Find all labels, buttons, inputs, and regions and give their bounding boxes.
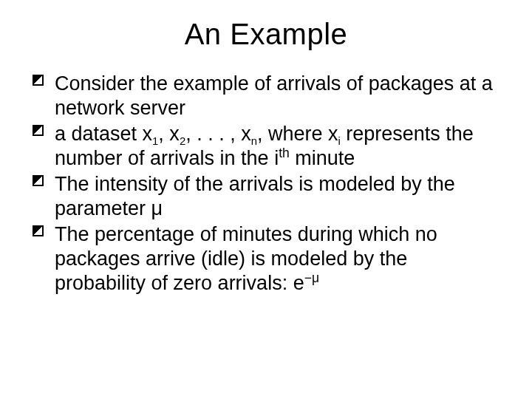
slide-title: An Example [30, 18, 502, 51]
bullet-text: a dataset x1, x2, . . . , xn, where xi r… [55, 123, 474, 169]
bullet-square-icon [33, 225, 44, 236]
bullet-square-icon [33, 75, 44, 86]
bullet-square-icon [33, 175, 44, 186]
bullet-item: a dataset x1, x2, . . . , xn, where xi r… [33, 122, 502, 171]
slide-body: Consider the example of arrivals of pack… [30, 72, 502, 295]
bullet-text: The intensity of the arrivals is modeled… [55, 173, 455, 219]
bullet-text: Consider the example of arrivals of pack… [55, 72, 493, 119]
bullet-item: Consider the example of arrivals of pack… [33, 72, 502, 120]
bullet-square-icon [33, 125, 44, 136]
bullet-item: The percentage of minutes during which n… [33, 222, 502, 296]
bullet-item: The intensity of the arrivals is modeled… [33, 172, 502, 221]
slide: An Example Consider the example of arriv… [0, 0, 532, 399]
bullet-text: The percentage of minutes during which n… [55, 223, 437, 294]
